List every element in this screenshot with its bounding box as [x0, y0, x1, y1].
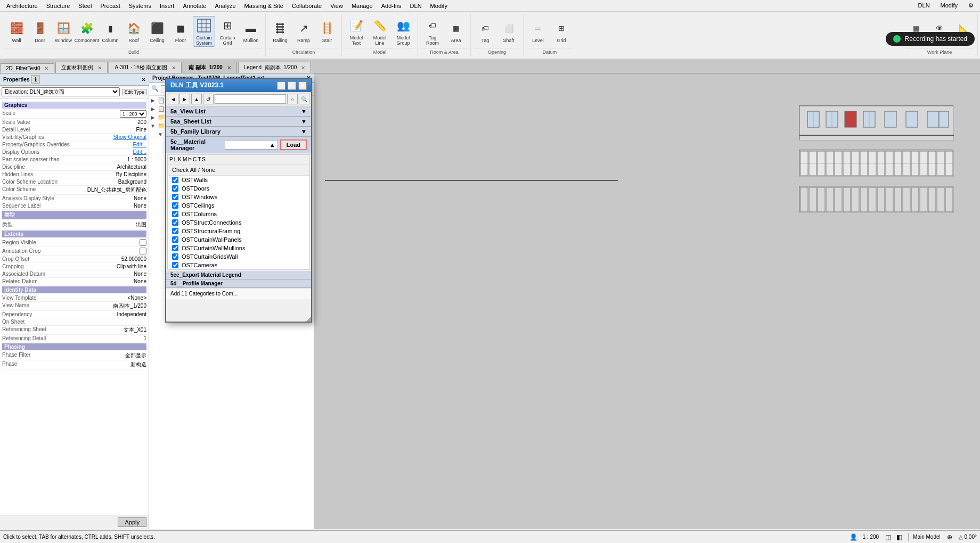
dialog-minimize-btn[interactable]: ─: [277, 81, 285, 90]
section-material-manager[interactable]: 5c__Material Manager ▲ Load: [166, 137, 311, 153]
dialog-tb-back[interactable]: ◄: [168, 94, 178, 104]
dropdown-item-ostcurtainwallmullions[interactable]: OSTCurtainWallMullions: [168, 244, 309, 252]
tab-legend[interactable]: Legend_南副本_1/200 ✕: [238, 62, 312, 73]
menu-precast[interactable]: Precast: [96, 2, 124, 10]
cb-ostwindows[interactable]: [172, 194, 178, 200]
load-button[interactable]: Load: [280, 139, 307, 150]
material-manager-select[interactable]: ▲: [225, 140, 278, 150]
ribbon-btn-model-line[interactable]: 📏 Model Line: [369, 16, 391, 47]
menu-dln2[interactable]: DLN: [914, 1, 934, 10]
cb-ostceilings[interactable]: [172, 202, 178, 209]
tab-2d-filter-close[interactable]: ✕: [44, 65, 48, 71]
apply-btn[interactable]: Apply: [118, 517, 146, 527]
dropdown-item-ostwindows[interactable]: OSTWindows: [168, 193, 309, 201]
dialog-tb-search[interactable]: 🔍: [299, 94, 309, 104]
cb-ostdoors[interactable]: [172, 185, 178, 192]
menu-annotate[interactable]: Annotate: [178, 2, 210, 10]
dropdown-item-ostcurtainwallpanels[interactable]: OSTCurtainWallPanels: [168, 235, 309, 244]
nav-wheel-icon[interactable]: ⊕: [945, 532, 954, 542]
cb-ostwalls[interactable]: [172, 177, 178, 183]
graphics-overrides-val[interactable]: Edit...: [133, 142, 146, 147]
ribbon-btn-curtain-grid[interactable]: ⊞ Curtain Grid: [216, 16, 239, 47]
dropdown-item-ostdoors[interactable]: OSTDoors: [168, 184, 309, 193]
properties-info-btn[interactable]: ℹ: [31, 75, 40, 84]
view-type-select[interactable]: Elevation: DLN_建筑立面: [2, 87, 120, 96]
ribbon-btn-wall[interactable]: 🧱 Wall: [5, 16, 28, 47]
region-visible-cb[interactable]: [140, 239, 146, 246]
ribbon-btn-window[interactable]: 🪟 Window: [52, 16, 75, 47]
tab-legend-close[interactable]: ✕: [301, 65, 305, 71]
menu-analyze[interactable]: Analyze: [210, 2, 240, 10]
cb-ostcurtainwallmullions[interactable]: [172, 245, 178, 251]
ribbon-btn-railing[interactable]: 🛤 Railing: [269, 16, 291, 47]
menu-architecture[interactable]: Architecture: [2, 2, 42, 10]
ribbon-btn-roof[interactable]: 🏠 Roof: [123, 16, 145, 47]
ribbon-btn-model-text[interactable]: 📝 Model Text: [345, 16, 368, 47]
tab-facade-material[interactable]: 立面材料图例 ✕: [55, 62, 108, 73]
tab-facade-material-close[interactable]: ✕: [97, 65, 102, 71]
dialog-tb-refresh[interactable]: ↺: [203, 94, 214, 104]
menu-modify2[interactable]: Modify: [936, 1, 962, 10]
dialog-tb-forward[interactable]: ►: [179, 94, 190, 104]
tab-a301[interactable]: A-301 · 1#楼 南立面图 ✕: [109, 62, 182, 73]
ribbon-btn-level[interactable]: ═ Level: [527, 16, 549, 47]
cb-ostcurtaingridswall[interactable]: [172, 253, 178, 260]
dialog-maximize-btn[interactable]: □: [288, 81, 296, 90]
dropdown-item-oststructconn[interactable]: OSTStructConnections: [168, 218, 309, 227]
wireframe-btn[interactable]: ◫: [883, 532, 893, 542]
ribbon-btn-ramp[interactable]: ↗ Ramp: [292, 16, 315, 47]
tab-2d-filter[interactable]: 2D_FilterTest0 ✕: [0, 63, 54, 73]
display-options-val[interactable]: Edit...: [133, 149, 146, 155]
ribbon-btn-door[interactable]: 🚪 Door: [29, 16, 51, 47]
cb-ostcurtainwallpanels[interactable]: [172, 236, 178, 243]
section-export-legend[interactable]: 5cc_Export Material Legend: [166, 271, 311, 279]
menu-settings-icon[interactable]: ⚙: [964, 1, 978, 10]
ribbon-btn-tag-room[interactable]: 🏷 Tag Room: [421, 16, 444, 47]
ribbon-btn-tag[interactable]: 🏷 Tag: [474, 16, 496, 47]
dropdown-item-ostcolumns[interactable]: OSTColumns: [168, 210, 309, 218]
section-view-list[interactable]: 5a_View List ▼: [166, 106, 311, 117]
dropdown-item-ostcurtaingridswall[interactable]: OSTCurtainGridsWall: [168, 252, 309, 261]
menu-manage[interactable]: Manage: [347, 2, 377, 10]
menu-insert[interactable]: Insert: [156, 2, 179, 10]
section-sheet-list[interactable]: 5aa_Sheet List ▼: [166, 117, 311, 127]
ribbon-btn-shaft[interactable]: ⬜ Shaft: [497, 16, 520, 47]
menu-massing[interactable]: Massing & Site: [240, 2, 288, 10]
check-all-none-btn[interactable]: Check All / None: [168, 164, 309, 176]
ribbon-btn-stair[interactable]: 🪜 Stair: [316, 16, 338, 47]
tab-south-copy[interactable]: 南 副本_1/200 ✕: [183, 62, 236, 73]
hidden-line-btn[interactable]: ◧: [894, 532, 904, 542]
section-profile-manager[interactable]: 5d__Profile Manager: [166, 279, 311, 288]
menu-dln[interactable]: DLN: [406, 2, 426, 10]
cb-oststructconn[interactable]: [172, 219, 178, 226]
dialog-tb-home[interactable]: ⌂: [287, 94, 298, 104]
cb-oststructframing[interactable]: [172, 228, 178, 234]
dropdown-item-ostcameras[interactable]: OSTCameras: [168, 261, 309, 269]
menu-collaborate[interactable]: Collaborate: [288, 2, 326, 10]
ribbon-btn-curtain-system[interactable]: Curtain System: [193, 16, 215, 47]
menu-structure[interactable]: Structure: [42, 2, 75, 10]
cb-ostcolumns[interactable]: [172, 211, 178, 217]
menu-steel[interactable]: Steel: [74, 2, 96, 10]
menu-view[interactable]: View: [326, 2, 347, 10]
dialog-resize-handle[interactable]: [306, 316, 311, 322]
menu-systems[interactable]: Systems: [125, 2, 156, 10]
ribbon-btn-grid[interactable]: ⊞ Grid: [550, 16, 573, 47]
ribbon-btn-floor[interactable]: ◼ Floor: [169, 16, 192, 47]
ribbon-btn-model-group[interactable]: 👥 Model Group: [392, 16, 414, 47]
edit-type-btn[interactable]: Edit Type: [122, 89, 147, 95]
dropdown-item-ostceilings[interactable]: OSTCeilings: [168, 201, 309, 210]
ribbon-btn-mullion[interactable]: ▬ Mullion: [240, 16, 262, 47]
section-family-library[interactable]: 5b_Family Library ▼: [166, 127, 311, 137]
cb-ostcameras[interactable]: [172, 262, 178, 268]
properties-close-btn[interactable]: ✕: [141, 77, 145, 83]
tab-a301-close[interactable]: ✕: [172, 65, 176, 71]
dropdown-item-ostwalls[interactable]: OSTWalls: [168, 176, 309, 184]
annotation-crop-cb[interactable]: [140, 248, 146, 254]
dialog-close-btn[interactable]: ✕: [298, 81, 307, 90]
visibility-val[interactable]: Show Original: [113, 134, 146, 140]
ribbon-btn-ceiling[interactable]: ⬛ Ceiling: [146, 16, 168, 47]
menu-modify[interactable]: Modify: [426, 2, 452, 10]
dropdown-item-oststructframing[interactable]: OSTStructuralFraming: [168, 227, 309, 235]
ribbon-btn-component[interactable]: 🧩 Component: [76, 16, 98, 47]
